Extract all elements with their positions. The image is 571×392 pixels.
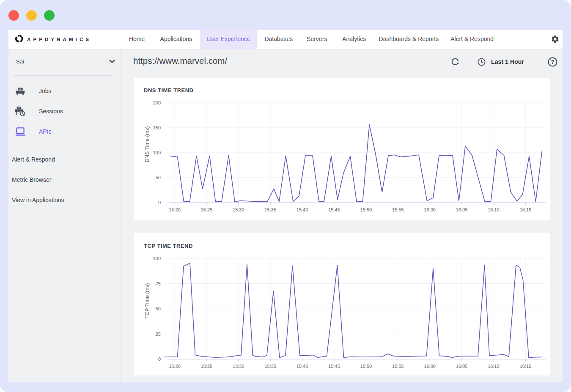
svg-text:15:20: 15:20 xyxy=(169,207,181,212)
svg-text:15:50: 15:50 xyxy=(360,207,372,212)
svg-text:150: 150 xyxy=(153,125,161,130)
svg-text:15:45: 15:45 xyxy=(328,364,340,369)
svg-text:?: ? xyxy=(551,59,554,65)
svg-text:16:10: 16:10 xyxy=(488,364,500,369)
svg-text:15:35: 15:35 xyxy=(264,364,276,369)
svg-text:DNS Time (ms): DNS Time (ms) xyxy=(145,126,151,162)
svg-text:15:40: 15:40 xyxy=(296,207,308,212)
svg-text:15:45: 15:45 xyxy=(328,207,340,212)
svg-text:15:50: 15:50 xyxy=(360,364,372,369)
svg-text:16:00: 16:00 xyxy=(424,207,436,212)
svg-text:15:20: 15:20 xyxy=(169,364,181,369)
svg-text:15:30: 15:30 xyxy=(233,364,244,369)
svg-text:16:15: 16:15 xyxy=(520,207,532,212)
svg-text:50: 50 xyxy=(156,175,161,180)
svg-text:16:05: 16:05 xyxy=(456,207,468,212)
svg-text:100: 100 xyxy=(153,256,161,261)
svg-text:100: 100 xyxy=(153,150,161,155)
svg-text:16:15: 16:15 xyxy=(520,364,532,369)
svg-text:15:30: 15:30 xyxy=(233,207,244,212)
svg-text:15:55: 15:55 xyxy=(392,207,404,212)
svg-text:0: 0 xyxy=(158,200,161,205)
svg-text:75: 75 xyxy=(156,281,161,286)
svg-text:15:25: 15:25 xyxy=(201,364,213,369)
svg-text:15:55: 15:55 xyxy=(392,364,404,369)
svg-text:16:05: 16:05 xyxy=(456,364,468,369)
svg-text:15:25: 15:25 xyxy=(201,207,213,212)
svg-text:16:10: 16:10 xyxy=(488,207,500,212)
svg-text:15:40: 15:40 xyxy=(296,364,308,369)
svg-text:0: 0 xyxy=(158,356,161,362)
svg-text:50: 50 xyxy=(156,306,161,311)
svg-text:TCP Time (ms): TCP Time (ms) xyxy=(145,283,151,319)
svg-text:16:00: 16:00 xyxy=(424,364,436,369)
svg-text:200: 200 xyxy=(153,100,161,105)
svg-text:15:35: 15:35 xyxy=(264,207,276,212)
svg-text:25: 25 xyxy=(156,332,161,337)
